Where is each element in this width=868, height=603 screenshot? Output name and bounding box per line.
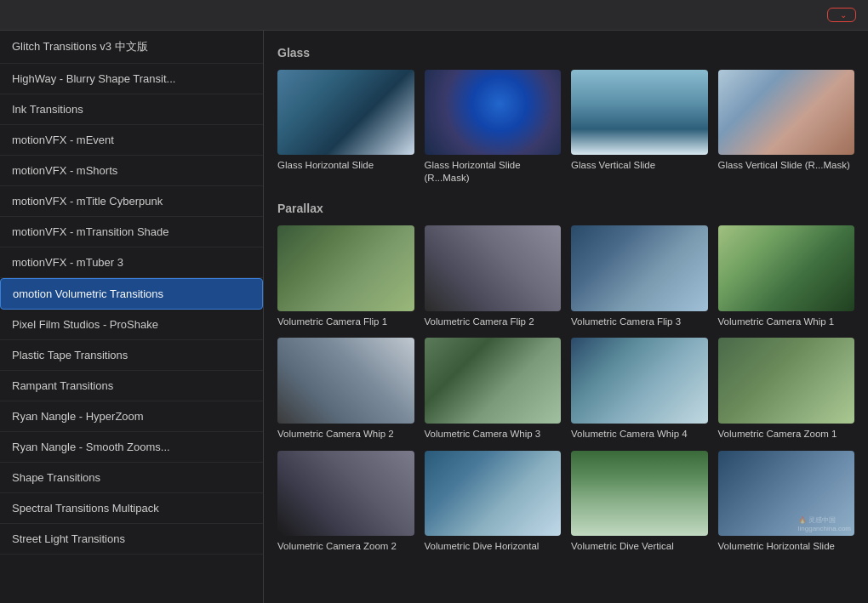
card-label-vol-dive-h: Volumetric Dive Horizontal [425, 540, 562, 553]
thumbnail-vol-cam-whip2 [277, 338, 414, 423]
card-label-vol-h-slide: Volumetric Horizontal Slide [718, 540, 855, 553]
card-glass-h-slide[interactable]: Glass Horizontal Slide [277, 70, 414, 185]
thumbnail-vol-h-slide: 🔥 灵感中国lingganchina.com [718, 451, 855, 536]
content-panel: GlassGlass Horizontal SlideGlass Horizon… [264, 31, 868, 603]
card-label-vol-cam-flip1: Volumetric Camera Flip 1 [277, 316, 414, 328]
card-vol-cam-flip2[interactable]: Volumetric Camera Flip 2 [425, 225, 562, 327]
card-vol-cam-whip3[interactable]: Volumetric Camera Whip 3 [425, 338, 562, 440]
sidebar-item-spectral[interactable]: Spectral Transitions Multipack [0, 493, 263, 524]
card-vol-cam-whip2[interactable]: Volumetric Camera Whip 2 [277, 338, 414, 440]
sidebar-item-omotion[interactable]: omotion Volumetric Transitions [0, 278, 263, 310]
thumbnail-glass-v-slide [571, 70, 708, 155]
watermark: 🔥 灵感中国lingganchina.com [798, 515, 851, 532]
card-label-vol-cam-whip3: Volumetric Camera Whip 3 [425, 428, 562, 441]
card-label-vol-cam-whip4: Volumetric Camera Whip 4 [571, 428, 708, 441]
thumbnail-vol-cam-whip3 [425, 338, 562, 423]
card-vol-cam-flip1[interactable]: Volumetric Camera Flip 1 [277, 225, 414, 327]
header: ⌄ [0, 0, 868, 31]
sidebar-item-shape[interactable]: Shape Transitions [0, 463, 263, 493]
card-glass-v-slide-mask[interactable]: Glass Vertical Slide (R...Mask) [718, 70, 855, 185]
thumbnail-vol-dive-h [425, 451, 562, 536]
grid-parallax: Volumetric Camera Flip 1Volumetric Camer… [277, 225, 854, 553]
thumbnail-vol-cam-flip3 [571, 225, 708, 310]
card-label-vol-cam-flip2: Volumetric Camera Flip 2 [425, 316, 562, 328]
sidebar-item-ink[interactable]: Ink Transitions [0, 94, 263, 125]
sidebar-item-plastic[interactable]: Plastic Tape Transitions [0, 340, 263, 371]
thumbnail-vol-cam-zoom2 [277, 451, 414, 536]
card-label-vol-cam-flip3: Volumetric Camera Flip 3 [571, 316, 708, 328]
card-vol-dive-h[interactable]: Volumetric Dive Horizontal [425, 451, 562, 553]
card-vol-cam-zoom2[interactable]: Volumetric Camera Zoom 2 [277, 451, 414, 553]
thumbnail-glass-h-slide [277, 70, 414, 155]
sidebar-item-hyperzoom[interactable]: Ryan Nangle - HyperZoom [0, 401, 263, 432]
installed-transitions-button[interactable]: ⌄ [827, 8, 856, 22]
section-title-parallax: Parallax [277, 202, 854, 215]
thumbnail-glass-v-slide-mask [718, 70, 855, 155]
thumbnail-glass-h-slide-mask [425, 70, 562, 155]
thumbnail-vol-cam-zoom1 [718, 338, 855, 423]
thumbnail-vol-cam-whip4 [571, 338, 708, 423]
sidebar-item-motion-cyberpunk[interactable]: motionVFX - mTitle Cyberpunk [0, 186, 263, 217]
thumbnail-vol-cam-flip1 [277, 225, 414, 310]
sidebar-item-motion-event[interactable]: motionVFX - mEvent [0, 125, 263, 156]
card-label-glass-v-slide-mask: Glass Vertical Slide (R...Mask) [718, 159, 855, 172]
card-vol-cam-zoom1[interactable]: Volumetric Camera Zoom 1 [718, 338, 855, 440]
card-vol-h-slide[interactable]: 🔥 灵感中国lingganchina.comVolumetric Horizon… [718, 451, 855, 553]
card-label-vol-dive-v: Volumetric Dive Vertical [571, 540, 708, 553]
grid-glass: Glass Horizontal SlideGlass Horizontal S… [277, 70, 854, 185]
thumbnail-vol-dive-v [571, 451, 708, 536]
section-title-glass: Glass [277, 46, 854, 60]
sidebar-item-motion-shorts[interactable]: motionVFX - mShorts [0, 156, 263, 186]
thumbnail-vol-cam-flip2 [425, 225, 562, 310]
sidebar-item-smooth-zoom[interactable]: Ryan Nangle - Smooth Zooms... [0, 432, 263, 463]
card-label-vol-cam-whip2: Volumetric Camera Whip 2 [277, 428, 414, 441]
card-glass-h-slide-mask[interactable]: Glass Horizontal Slide (R...Mask) [425, 70, 562, 185]
card-label-glass-h-slide-mask: Glass Horizontal Slide (R...Mask) [425, 159, 562, 185]
thumbnail-vol-cam-whip1 [718, 225, 855, 310]
sidebar-item-street-light[interactable]: Street Light Transitions [0, 524, 263, 555]
card-label-vol-cam-whip1: Volumetric Camera Whip 1 [718, 316, 855, 328]
card-label-glass-h-slide: Glass Horizontal Slide [277, 159, 414, 172]
card-vol-dive-v[interactable]: Volumetric Dive Vertical [571, 451, 708, 553]
sidebar-item-proShake[interactable]: Pixel Film Studios - ProShake [0, 310, 263, 340]
card-vol-cam-whip1[interactable]: Volumetric Camera Whip 1 [718, 225, 855, 327]
sidebar-item-highway[interactable]: HighWay - Blurry Shape Transit... [0, 64, 263, 94]
sidebar: Glitch Transitions v3 中文版HighWay - Blurr… [0, 31, 264, 603]
card-vol-cam-flip3[interactable]: Volumetric Camera Flip 3 [571, 225, 708, 327]
sidebar-item-rampant[interactable]: Rampant Transitions [0, 371, 263, 401]
sidebar-item-motion-tuber[interactable]: motionVFX - mTuber 3 [0, 247, 263, 278]
main-layout: Glitch Transitions v3 中文版HighWay - Blurr… [0, 31, 868, 603]
sidebar-item-motion-shade[interactable]: motionVFX - mTransition Shade [0, 217, 263, 247]
card-glass-v-slide[interactable]: Glass Vertical Slide [571, 70, 708, 185]
card-label-glass-v-slide: Glass Vertical Slide [571, 159, 708, 172]
sidebar-item-glitch[interactable]: Glitch Transitions v3 中文版 [0, 31, 263, 64]
card-label-vol-cam-zoom2: Volumetric Camera Zoom 2 [277, 540, 414, 553]
card-vol-cam-whip4[interactable]: Volumetric Camera Whip 4 [571, 338, 708, 440]
card-label-vol-cam-zoom1: Volumetric Camera Zoom 1 [718, 428, 855, 441]
chevron-down-icon: ⌄ [840, 10, 847, 20]
